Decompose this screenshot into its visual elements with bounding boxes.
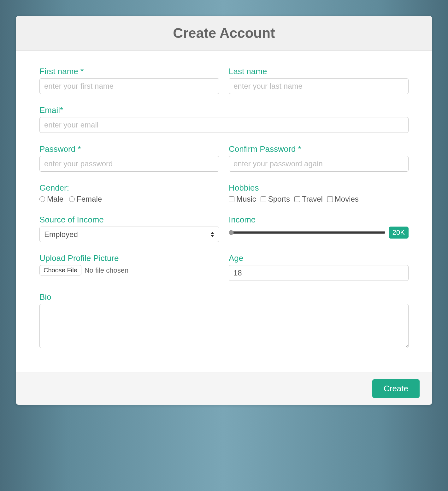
confirm-password-group: Confirm Password * — [229, 144, 409, 172]
income-label: Income — [229, 215, 409, 225]
first-name-input[interactable] — [39, 78, 219, 94]
hobby-music-item: Music — [229, 195, 256, 204]
card-header: Create Account — [16, 16, 432, 51]
income-source-select[interactable]: Employed — [39, 227, 219, 242]
hobby-travel-label: Travel — [302, 195, 323, 204]
gender-male-item: Male — [39, 195, 63, 204]
age-group: Age — [229, 253, 409, 281]
confirm-password-label: Confirm Password * — [229, 144, 409, 154]
gender-female-item: Female — [69, 195, 102, 204]
hobbies-options: Music Sports Travel Movies — [229, 195, 409, 204]
income-source-label: Source of Income — [39, 215, 219, 225]
hobby-music-label: Music — [236, 195, 256, 204]
file-row: Choose File No file chosen — [39, 265, 219, 275]
card-body: First name * Last name Email* Password *… — [16, 51, 432, 372]
hobby-sports-checkbox[interactable] — [261, 196, 266, 202]
choose-file-button[interactable]: Choose File — [39, 265, 81, 275]
gender-male-radio[interactable] — [39, 196, 45, 202]
password-input[interactable] — [39, 156, 219, 172]
hobby-sports-item: Sports — [261, 195, 290, 204]
bio-label: Bio — [39, 292, 409, 302]
hobby-movies-item: Movies — [327, 195, 359, 204]
card-footer: Create — [16, 372, 432, 405]
page-title: Create Account — [28, 25, 420, 41]
email-label: Email* — [39, 105, 409, 115]
file-status: No file chosen — [85, 266, 128, 275]
hobby-travel-checkbox[interactable] — [294, 196, 300, 202]
hobby-music-checkbox[interactable] — [229, 196, 234, 202]
gender-male-label: Male — [47, 195, 63, 204]
last-name-group: Last name — [229, 67, 409, 94]
hobbies-label: Hobbies — [229, 183, 409, 193]
gender-group: Gender: Male Female — [39, 183, 219, 204]
create-button[interactable]: Create — [372, 379, 420, 398]
confirm-password-input[interactable] — [229, 156, 409, 172]
income-slider-row: 20K — [229, 227, 409, 239]
age-input[interactable] — [229, 265, 409, 281]
income-slider[interactable] — [229, 230, 386, 235]
email-input[interactable] — [39, 117, 409, 133]
password-group: Password * — [39, 144, 219, 172]
first-name-group: First name * — [39, 67, 219, 94]
age-label: Age — [229, 253, 409, 263]
hobby-sports-label: Sports — [268, 195, 290, 204]
bio-group: Bio — [39, 292, 409, 348]
create-account-card: Create Account First name * Last name Em… — [16, 16, 432, 405]
password-label: Password * — [39, 144, 219, 154]
first-name-label: First name * — [39, 67, 219, 76]
upload-label: Upload Profile Picture — [39, 253, 219, 263]
gender-female-radio[interactable] — [69, 196, 75, 202]
income-source-group: Source of Income Employed — [39, 215, 219, 242]
last-name-label: Last name — [229, 67, 409, 76]
last-name-input[interactable] — [229, 78, 409, 94]
upload-group: Upload Profile Picture Choose File No fi… — [39, 253, 219, 281]
gender-options: Male Female — [39, 195, 219, 204]
gender-female-label: Female — [77, 195, 102, 204]
hobby-movies-label: Movies — [335, 195, 359, 204]
gender-label: Gender: — [39, 183, 219, 193]
income-group: Income 20K — [229, 215, 409, 242]
email-group: Email* — [39, 105, 409, 133]
hobbies-group: Hobbies Music Sports Travel — [229, 183, 409, 204]
hobby-travel-item: Travel — [294, 195, 323, 204]
hobby-movies-checkbox[interactable] — [327, 196, 333, 202]
income-badge: 20K — [389, 227, 409, 239]
bio-textarea[interactable] — [39, 304, 409, 348]
income-source-select-wrap: Employed — [39, 227, 219, 242]
